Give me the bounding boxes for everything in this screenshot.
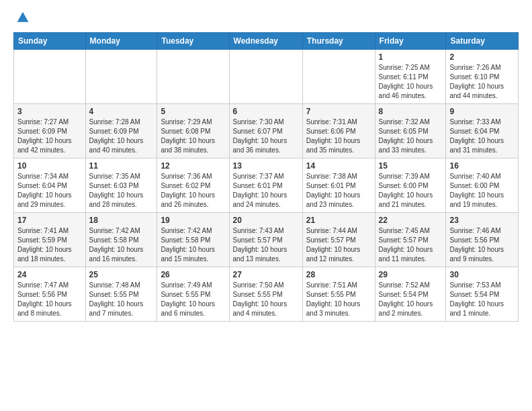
day-header-thursday: Thursday	[302, 33, 375, 50]
day-cell: 8Sunrise: 7:32 AM Sunset: 6:05 PM Daylig…	[375, 104, 446, 158]
day-number: 2	[449, 52, 515, 62]
day-number: 26	[161, 270, 225, 279]
day-info: Sunrise: 7:28 AM Sunset: 6:09 PM Dayligh…	[89, 118, 154, 155]
day-number: 3	[17, 107, 82, 116]
day-number: 9	[449, 107, 515, 116]
day-number: 29	[379, 270, 443, 279]
day-cell: 18Sunrise: 7:42 AM Sunset: 5:58 PM Dayli…	[85, 213, 157, 267]
day-number: 1	[379, 52, 443, 62]
day-cell: 28Sunrise: 7:51 AM Sunset: 5:55 PM Dayli…	[302, 267, 375, 322]
day-number: 11	[89, 161, 154, 171]
day-cell: 20Sunrise: 7:43 AM Sunset: 5:57 PM Dayli…	[229, 213, 302, 267]
day-cell: 12Sunrise: 7:36 AM Sunset: 6:02 PM Dayli…	[157, 158, 229, 213]
day-number: 6	[233, 107, 299, 116]
day-header-wednesday: Wednesday	[229, 33, 302, 50]
day-number: 13	[233, 161, 299, 171]
day-header-tuesday: Tuesday	[157, 33, 229, 50]
day-number: 10	[17, 161, 82, 171]
day-cell: 1Sunrise: 7:25 AM Sunset: 6:11 PM Daylig…	[375, 50, 446, 104]
day-info: Sunrise: 7:39 AM Sunset: 6:00 PM Dayligh…	[379, 172, 443, 210]
day-info: Sunrise: 7:30 AM Sunset: 6:07 PM Dayligh…	[233, 118, 299, 155]
day-header-monday: Monday	[85, 33, 157, 50]
day-cell: 11Sunrise: 7:35 AM Sunset: 6:03 PM Dayli…	[85, 158, 157, 213]
logo-icon	[16, 11, 30, 24]
day-number: 22	[379, 216, 443, 225]
day-cell: 17Sunrise: 7:41 AM Sunset: 5:59 PM Dayli…	[14, 213, 86, 267]
page: SundayMondayTuesdayWednesdayThursdayFrid…	[0, 0, 532, 332]
day-number: 21	[306, 216, 371, 225]
day-number: 28	[306, 270, 371, 279]
day-cell: 10Sunrise: 7:34 AM Sunset: 6:04 PM Dayli…	[14, 158, 86, 213]
header-row: SundayMondayTuesdayWednesdayThursdayFrid…	[14, 33, 519, 50]
day-number: 20	[233, 216, 299, 225]
day-number: 4	[89, 107, 154, 116]
day-cell: 6Sunrise: 7:30 AM Sunset: 6:07 PM Daylig…	[229, 104, 302, 158]
logo	[13, 11, 30, 24]
day-cell	[85, 50, 157, 104]
day-cell: 25Sunrise: 7:48 AM Sunset: 5:55 PM Dayli…	[85, 267, 157, 322]
day-cell: 27Sunrise: 7:50 AM Sunset: 5:55 PM Dayli…	[229, 267, 302, 322]
day-info: Sunrise: 7:36 AM Sunset: 6:02 PM Dayligh…	[161, 172, 225, 210]
day-cell: 30Sunrise: 7:53 AM Sunset: 5:54 PM Dayli…	[446, 267, 519, 322]
day-cell	[229, 50, 302, 104]
day-number: 14	[306, 161, 371, 171]
day-info: Sunrise: 7:37 AM Sunset: 6:01 PM Dayligh…	[233, 172, 299, 210]
day-info: Sunrise: 7:49 AM Sunset: 5:55 PM Dayligh…	[161, 281, 225, 318]
day-info: Sunrise: 7:26 AM Sunset: 6:10 PM Dayligh…	[449, 63, 515, 101]
day-info: Sunrise: 7:34 AM Sunset: 6:04 PM Dayligh…	[17, 172, 82, 210]
day-cell: 29Sunrise: 7:52 AM Sunset: 5:54 PM Dayli…	[375, 267, 446, 322]
day-info: Sunrise: 7:53 AM Sunset: 5:54 PM Dayligh…	[449, 281, 515, 318]
day-info: Sunrise: 7:44 AM Sunset: 5:57 PM Dayligh…	[306, 226, 371, 264]
week-row-1: 1Sunrise: 7:25 AM Sunset: 6:11 PM Daylig…	[14, 50, 519, 104]
day-cell: 15Sunrise: 7:39 AM Sunset: 6:00 PM Dayli…	[375, 158, 446, 213]
day-header-saturday: Saturday	[446, 33, 519, 50]
day-header-sunday: Sunday	[14, 33, 86, 50]
day-cell: 23Sunrise: 7:46 AM Sunset: 5:56 PM Dayli…	[446, 213, 519, 267]
day-number: 8	[379, 107, 443, 116]
day-cell: 22Sunrise: 7:45 AM Sunset: 5:57 PM Dayli…	[375, 213, 446, 267]
day-info: Sunrise: 7:46 AM Sunset: 5:56 PM Dayligh…	[449, 226, 515, 264]
day-number: 24	[17, 270, 82, 279]
day-info: Sunrise: 7:45 AM Sunset: 5:57 PM Dayligh…	[379, 226, 443, 264]
day-info: Sunrise: 7:38 AM Sunset: 6:01 PM Dayligh…	[306, 172, 371, 210]
day-cell: 13Sunrise: 7:37 AM Sunset: 6:01 PM Dayli…	[229, 158, 302, 213]
day-cell	[302, 50, 375, 104]
day-info: Sunrise: 7:43 AM Sunset: 5:57 PM Dayligh…	[233, 226, 299, 264]
day-cell: 16Sunrise: 7:40 AM Sunset: 6:00 PM Dayli…	[446, 158, 519, 213]
day-cell: 14Sunrise: 7:38 AM Sunset: 6:01 PM Dayli…	[302, 158, 375, 213]
day-info: Sunrise: 7:41 AM Sunset: 5:59 PM Dayligh…	[17, 226, 82, 264]
svg-marker-0	[17, 12, 29, 22]
day-header-friday: Friday	[375, 33, 446, 50]
day-cell: 7Sunrise: 7:31 AM Sunset: 6:06 PM Daylig…	[302, 104, 375, 158]
day-number: 18	[89, 216, 154, 225]
calendar-table: SundayMondayTuesdayWednesdayThursdayFrid…	[13, 32, 519, 322]
day-cell: 2Sunrise: 7:26 AM Sunset: 6:10 PM Daylig…	[446, 50, 519, 104]
day-info: Sunrise: 7:52 AM Sunset: 5:54 PM Dayligh…	[379, 281, 443, 318]
day-info: Sunrise: 7:33 AM Sunset: 6:04 PM Dayligh…	[449, 118, 515, 155]
day-info: Sunrise: 7:50 AM Sunset: 5:55 PM Dayligh…	[233, 281, 299, 318]
day-info: Sunrise: 7:31 AM Sunset: 6:06 PM Dayligh…	[306, 118, 371, 155]
day-cell: 4Sunrise: 7:28 AM Sunset: 6:09 PM Daylig…	[85, 104, 157, 158]
day-info: Sunrise: 7:48 AM Sunset: 5:55 PM Dayligh…	[89, 281, 154, 318]
day-cell: 9Sunrise: 7:33 AM Sunset: 6:04 PM Daylig…	[446, 104, 519, 158]
day-info: Sunrise: 7:25 AM Sunset: 6:11 PM Dayligh…	[379, 63, 443, 101]
day-number: 23	[449, 216, 515, 225]
day-number: 30	[449, 270, 515, 279]
day-info: Sunrise: 7:32 AM Sunset: 6:05 PM Dayligh…	[379, 118, 443, 155]
day-number: 16	[449, 161, 515, 171]
week-row-3: 10Sunrise: 7:34 AM Sunset: 6:04 PM Dayli…	[14, 158, 519, 213]
week-row-5: 24Sunrise: 7:47 AM Sunset: 5:56 PM Dayli…	[14, 267, 519, 322]
day-info: Sunrise: 7:35 AM Sunset: 6:03 PM Dayligh…	[89, 172, 154, 210]
header	[13, 11, 519, 24]
day-info: Sunrise: 7:42 AM Sunset: 5:58 PM Dayligh…	[161, 226, 225, 264]
day-cell: 21Sunrise: 7:44 AM Sunset: 5:57 PM Dayli…	[302, 213, 375, 267]
day-info: Sunrise: 7:40 AM Sunset: 6:00 PM Dayligh…	[449, 172, 515, 210]
day-number: 12	[161, 161, 225, 171]
day-number: 5	[161, 107, 225, 116]
day-number: 19	[161, 216, 225, 225]
day-cell: 3Sunrise: 7:27 AM Sunset: 6:09 PM Daylig…	[14, 104, 86, 158]
week-row-4: 17Sunrise: 7:41 AM Sunset: 5:59 PM Dayli…	[14, 213, 519, 267]
day-cell: 19Sunrise: 7:42 AM Sunset: 5:58 PM Dayli…	[157, 213, 229, 267]
day-number: 15	[379, 161, 443, 171]
day-info: Sunrise: 7:42 AM Sunset: 5:58 PM Dayligh…	[89, 226, 154, 264]
